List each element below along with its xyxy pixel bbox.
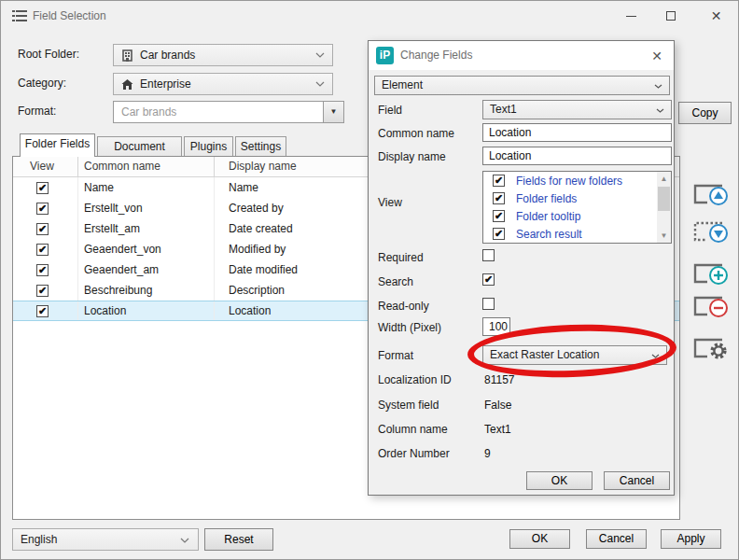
maximize-icon — [666, 11, 676, 21]
dialog-title: Change Fields — [400, 49, 472, 62]
ok-button[interactable]: OK — [509, 529, 570, 549]
scroll-down-icon[interactable]: ▼ — [657, 229, 671, 243]
view-item-checkbox[interactable]: ✔ — [493, 175, 505, 187]
format-combobox-dropdown-button[interactable]: ▼ — [323, 101, 344, 123]
system-field-value: False — [484, 399, 511, 412]
chevron-down-icon — [315, 52, 325, 58]
dialog-close-button[interactable]: ✕ — [648, 47, 666, 65]
language-dropdown[interactable]: English — [12, 528, 199, 551]
common-name-cell: Geaendert_am — [78, 259, 215, 280]
apply-button[interactable]: Apply — [661, 529, 721, 549]
minimize-button[interactable] — [610, 1, 652, 31]
view-item-label: Folder tooltip — [516, 210, 580, 223]
titlebar: Field Selection ✕ — [1, 1, 738, 31]
copy-button[interactable]: Copy — [678, 102, 732, 124]
format-label: Format: — [18, 105, 56, 119]
column-header-common[interactable]: Common name — [78, 157, 215, 176]
row-checkbox[interactable]: ✔ — [36, 305, 49, 317]
category-dropdown[interactable]: Enterprise — [113, 73, 333, 95]
localization-id-value: 81157 — [484, 373, 514, 386]
app-icon — [12, 9, 27, 25]
chevron-down-icon — [180, 538, 189, 543]
view-item-checkbox[interactable]: ✔ — [493, 210, 505, 222]
common-name-input[interactable] — [482, 123, 672, 142]
format-combobox[interactable]: Car brands — [113, 101, 324, 123]
dialog-ok-button[interactable]: OK — [526, 471, 593, 490]
row-checkbox[interactable]: ✔ — [36, 182, 49, 194]
row-checkbox[interactable]: ✔ — [36, 244, 49, 256]
display-name-label: Display name — [378, 150, 446, 163]
reset-button[interactable]: Reset — [204, 528, 273, 551]
view-list-scrollbar[interactable]: ▲ ▼ — [657, 172, 671, 243]
row-checkbox[interactable]: ✔ — [36, 223, 49, 235]
chevron-down-icon — [315, 81, 325, 87]
scrollbar-thumb[interactable] — [658, 187, 670, 211]
add-field-button[interactable] — [689, 261, 735, 286]
order-number-value: 9 — [484, 447, 491, 460]
common-name-cell: Name — [78, 177, 215, 198]
search-checkbox[interactable]: ✔ — [482, 273, 495, 286]
column-name-value: Text1 — [484, 423, 511, 436]
common-name-cell: Erstellt_am — [78, 218, 215, 239]
readonly-checkbox[interactable] — [482, 298, 495, 310]
move-up-button[interactable] — [689, 182, 735, 206]
dialog-cancel-button[interactable]: Cancel — [604, 471, 670, 490]
common-name-cell: Erstellt_von — [78, 198, 215, 218]
common-name-cell: Geaendert_von — [78, 239, 215, 259]
category-value: Enterprise — [140, 77, 191, 91]
width-label: Width (Pixel) — [378, 321, 441, 334]
remove-field-button[interactable] — [689, 294, 735, 318]
view-item-label: Folder fields — [516, 192, 577, 205]
row-checkbox[interactable]: ✔ — [36, 203, 49, 215]
close-button[interactable]: ✕ — [695, 1, 737, 31]
move-down-button[interactable] — [689, 219, 735, 244]
row-checkbox[interactable]: ✔ — [36, 285, 49, 297]
field-settings-button[interactable] — [689, 336, 735, 360]
view-item-checkbox[interactable]: ✔ — [493, 228, 505, 240]
system-field-label: System field — [378, 399, 439, 412]
element-dropdown[interactable]: Element — [374, 76, 670, 95]
tab-folder-fields[interactable]: Folder Fields — [20, 133, 95, 157]
tab-settings[interactable]: Settings — [235, 136, 286, 157]
view-list-item[interactable]: ✔ Fields for new folders — [483, 172, 671, 189]
root-folder-label: Root Folder: — [18, 48, 79, 63]
change-fields-dialog: iP Change Fields ✕ Element Field Text1 C… — [368, 40, 675, 496]
dropdown-arrow-icon: ▼ — [330, 107, 338, 116]
view-list-item[interactable]: ✔ Folder tooltip — [483, 207, 671, 225]
format-field-label: Format — [378, 349, 413, 362]
root-folder-dropdown[interactable]: Car brands — [113, 44, 333, 66]
window-title: Field Selection — [33, 9, 106, 22]
chevron-down-icon — [656, 108, 664, 113]
maximize-button[interactable] — [650, 1, 692, 31]
field-dropdown[interactable]: Text1 — [482, 100, 672, 119]
view-item-checkbox[interactable]: ✔ — [493, 192, 505, 204]
dialog-titlebar: iP Change Fields ✕ — [369, 41, 674, 70]
building-icon — [121, 49, 133, 62]
move-down-icon — [689, 219, 733, 244]
row-checkbox[interactable]: ✔ — [36, 264, 49, 276]
search-label: Search — [378, 275, 413, 288]
required-label: Required — [378, 251, 424, 264]
column-header-view[interactable]: View — [13, 157, 78, 176]
column-name-label: Column name — [378, 423, 448, 436]
tab-document-fields[interactable]: Document Fields — [97, 136, 182, 157]
add-icon — [689, 261, 733, 286]
cancel-button[interactable]: Cancel — [586, 529, 647, 549]
remove-icon — [689, 294, 733, 318]
required-checkbox[interactable] — [482, 249, 495, 261]
view-list-item[interactable]: ✔ Search result — [483, 225, 671, 243]
tab-plugins[interactable]: Plugins — [184, 136, 233, 157]
chevron-down-icon — [654, 84, 662, 89]
element-dropdown-value: Element — [382, 78, 423, 91]
field-dropdown-value: Text1 — [490, 103, 517, 116]
scroll-up-icon[interactable]: ▲ — [657, 172, 671, 186]
common-name-cell: Location — [78, 301, 215, 320]
display-name-input[interactable] — [482, 147, 672, 165]
common-name-cell: Beschreibung — [78, 280, 215, 301]
view-item-label: Fields for new folders — [516, 175, 622, 188]
order-number-label: Order Number — [378, 447, 450, 460]
localization-id-label: Localization ID — [378, 373, 452, 386]
field-label: Field — [378, 104, 402, 117]
common-name-label: Common name — [378, 127, 454, 140]
view-list-item[interactable]: ✔ Folder fields — [483, 189, 671, 207]
